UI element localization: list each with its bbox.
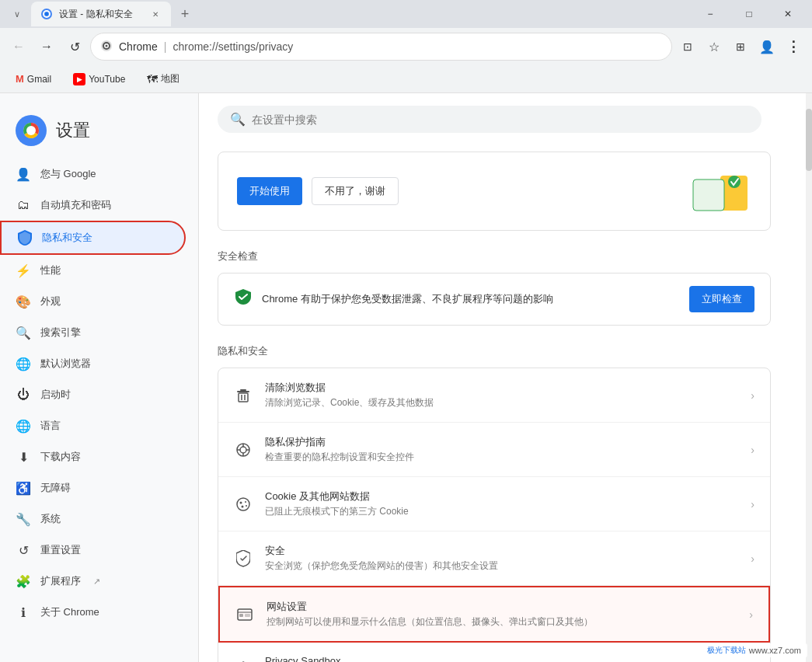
minimize-btn[interactable]: − [692, 0, 728, 28]
profile-extension-btn[interactable]: ⊞ [728, 34, 753, 59]
refresh-btn[interactable]: ↺ [62, 34, 87, 59]
svg-point-24 [240, 501, 242, 503]
sidebar-item-browser[interactable]: 🌐 默认浏览器 [0, 348, 186, 379]
privacy-item-clear-data[interactable]: 清除浏览数据 清除浏览记录、Cookie、缓存及其他数据 › [218, 368, 770, 423]
sidebar-item-about[interactable]: ℹ 关于 Chrome [0, 597, 186, 628]
sidebar-label-performance: 性能 [40, 263, 61, 277]
svg-point-8 [26, 126, 36, 135]
bookmarks-bar: M Gmail ▶ YouTube 🗺 地图 [0, 65, 812, 93]
privacy-item-guide[interactable]: 隐私保护指南 检查重要的隐私控制设置和安全控件 › [218, 423, 770, 477]
svg-rect-1 [45, 12, 48, 16]
sidebar-item-appearance[interactable]: 🎨 外观 [0, 286, 186, 317]
new-tab-btn[interactable]: + [174, 3, 196, 25]
sidebar-item-accessible[interactable]: ♿ 无障碍 [0, 472, 186, 503]
cookies-title: Cookie 及其他网站数据 [265, 490, 738, 503]
restore-btn[interactable]: □ [731, 0, 767, 28]
sidebar-item-system[interactable]: 🔧 系统 [0, 503, 186, 535]
privacy-guide-icon [234, 441, 253, 459]
sidebar-item-language[interactable]: 🌐 语言 [0, 410, 186, 441]
cookies-text: Cookie 及其他网站数据 已阻止无痕模式下的第三方 Cookie [265, 490, 738, 518]
sidebar-item-privacy[interactable]: 隐私和安全 [0, 221, 186, 255]
clear-data-arrow: › [751, 389, 754, 402]
language-icon: 🌐 [16, 418, 31, 434]
tab-favicon [40, 8, 53, 20]
privacy-items-list: 清除浏览数据 清除浏览记录、Cookie、缓存及其他数据 › [218, 368, 771, 662]
address-domain: Chrome [119, 40, 158, 53]
search-engine-icon: 🔍 [16, 325, 31, 340]
bookmark-gmail[interactable]: M Gmail [9, 70, 58, 88]
settings-search-input[interactable] [252, 113, 749, 126]
bookmark-youtube[interactable]: ▶ YouTube [67, 70, 131, 89]
watermark-url: www.xz7.com [749, 646, 801, 655]
menu-btn[interactable]: ⋮ [781, 34, 806, 59]
security-desc: 安全浏览（保护您免受危险网站的侵害）和其他安全设置 [265, 559, 738, 573]
extensions-icon: 🧩 [16, 573, 31, 589]
sidebar-item-startup[interactable]: ⏻ 启动时 [0, 379, 186, 410]
gmail-label: Gmail [27, 74, 51, 85]
active-tab[interactable]: 设置 - 隐私和安全 ✕ [31, 2, 171, 26]
top-card-illustration [689, 168, 751, 214]
main-area: 设置 👤 您与 Google 🗂 自动填充和密码 隐私和安全 ⚡ 性能 🎨 [0, 93, 812, 662]
maps-label: 地图 [161, 72, 179, 85]
scroll-track[interactable] [806, 93, 812, 662]
sidebar-label-appearance: 外观 [40, 294, 61, 308]
back-btn[interactable]: ← [6, 34, 31, 59]
svg-rect-30 [239, 614, 243, 617]
sidebar-label-search: 搜索引擎 [40, 326, 81, 340]
check-now-btn[interactable]: 立即检查 [689, 286, 754, 312]
sandbox-title: Privacy Sandbox [265, 655, 738, 662]
watermark: 极光下载站 www.xz7.com [701, 643, 807, 657]
forward-btn[interactable]: → [34, 34, 59, 59]
tab-title: 设置 - 隐私和安全 [59, 8, 143, 21]
svg-rect-13 [240, 389, 246, 391]
tab-list-btn[interactable]: ∨ [6, 3, 28, 25]
search-icon: 🔍 [230, 112, 246, 127]
sidebar-label-startup: 启动时 [40, 388, 71, 402]
sidebar-item-search[interactable]: 🔍 搜索引擎 [0, 317, 186, 348]
privacy-item-security[interactable]: 安全 安全浏览（保护您免受危险网站的侵害）和其他安全设置 › [218, 531, 770, 586]
bookmark-btn[interactable]: ☆ [702, 34, 727, 59]
top-card: 开始使用 不用了，谢谢 [218, 152, 771, 231]
bookmark-maps[interactable]: 🗺 地图 [141, 69, 186, 89]
privacy-guide-text: 隐私保护指南 检查重要的隐私控制设置和安全控件 [265, 435, 738, 464]
privacy-section: 隐私和安全 [218, 344, 771, 662]
sidebar-label-autofill: 自动填充和密码 [40, 198, 111, 212]
sidebar-label-about: 关于 Chrome [40, 605, 99, 619]
svg-rect-31 [245, 614, 250, 617]
close-btn[interactable]: ✕ [770, 0, 806, 28]
accessible-icon: ♿ [16, 480, 31, 496]
safety-description: Chrome 有助于保护您免受数据泄露、不良扩展程序等问题的影响 [262, 292, 680, 306]
maps-icon: 🗺 [147, 73, 158, 85]
scroll-thumb[interactable] [806, 109, 812, 171]
address-bar[interactable]: Chrome | chrome://settings/privacy [90, 33, 672, 61]
privacy-item-cookies[interactable]: Cookie 及其他网站数据 已阻止无痕模式下的第三方 Cookie › [218, 477, 770, 531]
sidebar-item-autofill[interactable]: 🗂 自动填充和密码 [0, 190, 186, 221]
svg-point-26 [242, 505, 244, 507]
titlebar: ∨ 设置 - 隐私和安全 ✕ + − □ ✕ [0, 0, 812, 28]
sidebar-item-extensions[interactable]: 🧩 扩展程序 ↗ [0, 566, 186, 597]
profile-btn[interactable]: 👤 [754, 34, 779, 59]
cast-btn[interactable]: ⊡ [675, 34, 700, 59]
privacy-item-sandbox[interactable]: Privacy Sandbox 试用版功能已关闭 › [218, 643, 770, 662]
privacy-item-site-settings[interactable]: 网站设置 控制网站可以使用和显示什么信息（如位置信息、摄像头、弹出式窗口及其他）… [218, 586, 770, 643]
privacy-guide-desc: 检查重要的隐私控制设置和安全控件 [265, 451, 738, 464]
sidebar-item-reset[interactable]: ↺ 重置设置 [0, 535, 186, 566]
privacy-guide-arrow: › [751, 444, 754, 456]
sidebar-item-download[interactable]: ⬇ 下载内容 [0, 441, 186, 472]
google-icon: 👤 [16, 166, 31, 182]
cookies-arrow: › [751, 498, 754, 510]
decline-btn[interactable]: 不用了，谢谢 [312, 177, 399, 205]
security-icon [234, 549, 253, 568]
download-icon: ⬇ [16, 449, 31, 465]
sidebar-item-performance[interactable]: ⚡ 性能 [0, 255, 186, 286]
sidebar-label-accessible: 无障碍 [40, 481, 71, 495]
clear-data-desc: 清除浏览记录、Cookie、缓存及其他数据 [265, 396, 738, 409]
svg-point-23 [237, 498, 249, 510]
start-using-btn[interactable]: 开始使用 [237, 177, 302, 205]
sidebar-title: 设置 [56, 119, 90, 142]
sidebar-item-google[interactable]: 👤 您与 Google [0, 159, 186, 190]
svg-rect-10 [693, 179, 724, 211]
tab-close-btn[interactable]: ✕ [149, 8, 162, 20]
titlebar-controls: − □ ✕ [692, 0, 806, 28]
svg-point-5 [106, 44, 108, 47]
